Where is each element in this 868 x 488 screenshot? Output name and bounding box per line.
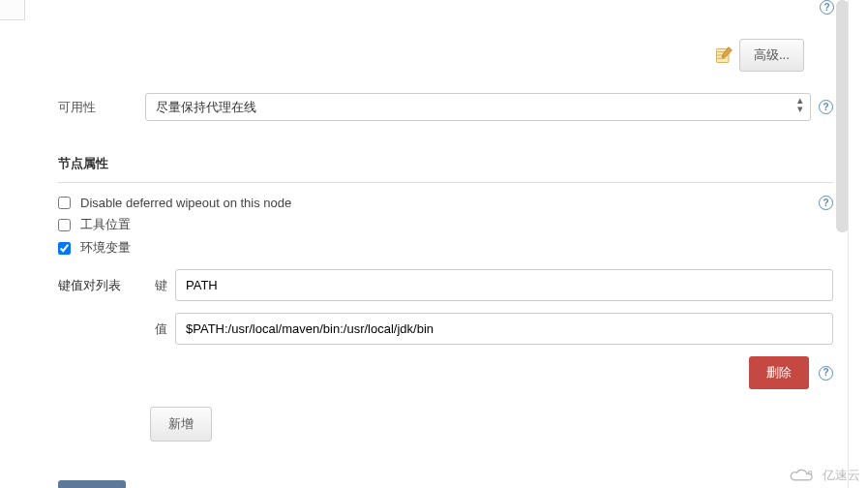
- disable-wipeout-row: Disable deferred wipeout on this node ?: [58, 193, 833, 213]
- delete-button[interactable]: 删除: [749, 356, 809, 389]
- tool-locations-label: 工具位置: [80, 216, 131, 233]
- advanced-button[interactable]: 高级...: [739, 39, 804, 72]
- kv-value-label: 值: [150, 320, 167, 338]
- tool-locations-checkbox[interactable]: [58, 219, 71, 231]
- watermark-text: 亿速云: [823, 467, 860, 484]
- kv-key-label: 键: [150, 277, 167, 294]
- env-vars-checkbox[interactable]: [58, 242, 71, 255]
- env-vars-label: 环境变量: [80, 239, 131, 257]
- help-icon[interactable]: ?: [819, 100, 833, 114]
- main-content: 高级... 可用性 尽量保持代理在线 ▴▾ ? 节点属性 Disable def…: [0, 0, 849, 488]
- cloud-icon: [786, 467, 819, 484]
- watermark: 亿速云: [786, 467, 860, 484]
- kv-list-section: 键值对列表 键 值 删除 ? 新增: [58, 269, 833, 442]
- node-properties-title: 节点属性: [58, 155, 833, 172]
- svg-point-1: [808, 472, 811, 474]
- availability-select[interactable]: 尽量保持代理在线: [145, 93, 811, 121]
- kv-key-row: 键值对列表 键: [58, 269, 833, 301]
- section-divider: [58, 182, 833, 183]
- kv-list-title: 键值对列表: [58, 277, 150, 294]
- kv-value-input[interactable]: [175, 313, 833, 345]
- tool-locations-row: 工具位置: [58, 213, 833, 236]
- disable-wipeout-label: Disable deferred wipeout on this node: [80, 196, 291, 210]
- kv-key-input[interactable]: [175, 269, 833, 301]
- save-button[interactable]: 保存: [58, 480, 126, 488]
- availability-select-wrap: 尽量保持代理在线 ▴▾: [145, 93, 811, 121]
- availability-row: 可用性 尽量保持代理在线 ▴▾ ?: [58, 93, 833, 121]
- availability-label: 可用性: [58, 99, 145, 116]
- advanced-row: 高级...: [58, 39, 833, 72]
- help-icon[interactable]: ?: [819, 366, 833, 381]
- env-vars-row: 环境变量: [58, 236, 833, 259]
- kv-value-row: 值: [58, 313, 833, 345]
- add-button[interactable]: 新增: [150, 407, 212, 442]
- notebook-icon: [714, 46, 733, 65]
- disable-wipeout-checkbox[interactable]: [58, 197, 71, 209]
- kv-actions-row: 删除 ?: [58, 356, 833, 389]
- help-icon[interactable]: ?: [819, 196, 833, 210]
- page-margin: [849, 0, 868, 488]
